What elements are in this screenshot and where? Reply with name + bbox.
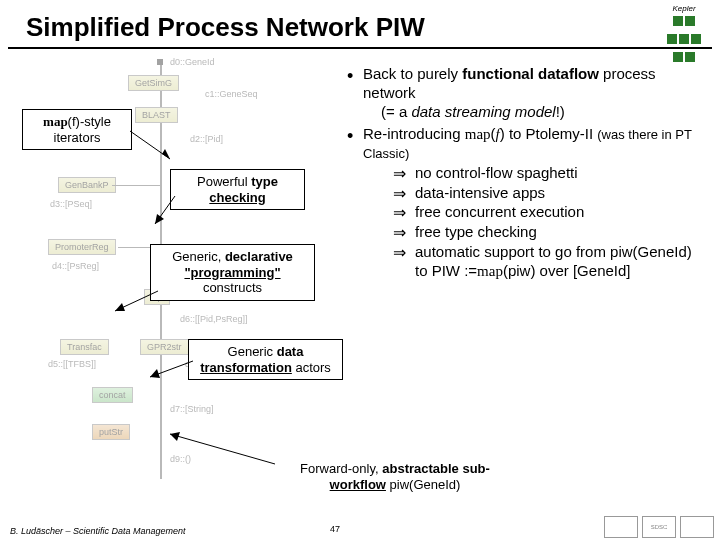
leader-arrow: [120, 129, 180, 169]
svg-marker-9: [170, 432, 180, 441]
slide-title: Simplified Process Network PIW: [0, 0, 720, 47]
sub-concurrent: free concurrent execution: [393, 203, 705, 222]
footer-logo-1: [604, 516, 638, 538]
svg-line-8: [170, 434, 275, 464]
kepler-logo: Kepler: [656, 4, 712, 48]
bullet-functional-dataflow: Back to purely functional dataflow proce…: [345, 65, 705, 121]
svg-marker-5: [115, 303, 125, 311]
footer-credit: B. Ludäscher – Scientific Data Managemen…: [10, 526, 186, 536]
callout-data-transformation: Generic data transformation actors: [188, 339, 343, 380]
callout-forward-only: Forward-only, abstractable sub- workflow…: [250, 457, 540, 496]
svg-marker-3: [155, 214, 164, 224]
svg-marker-7: [150, 369, 160, 378]
footer-logos: SDSC: [604, 516, 714, 538]
footer-logo-3: [680, 516, 714, 538]
sub-type-checking: free type checking: [393, 223, 705, 242]
footer-logo-sdsc: SDSC: [642, 516, 676, 538]
sub-data-intensive: data-intensive apps: [393, 184, 705, 203]
leader-arrow: [150, 194, 200, 234]
leader-arrow: [145, 359, 205, 389]
svg-marker-1: [162, 149, 170, 159]
page-number: 47: [330, 524, 340, 534]
callout-declarative-constructs: Generic, declarative "programming" const…: [150, 244, 315, 301]
sub-no-spaghetti: no control-flow spaghetti: [393, 164, 705, 183]
bullet-reintroducing-map: Re-introducing map(f) to Ptolemy-II (was…: [345, 125, 705, 280]
sub-automatic-support: automatic support to go from piw(GeneId)…: [393, 243, 705, 281]
callout-map-iterators: map(f)-style iterators: [22, 109, 132, 150]
leader-arrow: [110, 289, 170, 319]
bullet-list: Back to purely functional dataflow proce…: [345, 65, 705, 284]
leader-arrow: [165, 429, 285, 469]
